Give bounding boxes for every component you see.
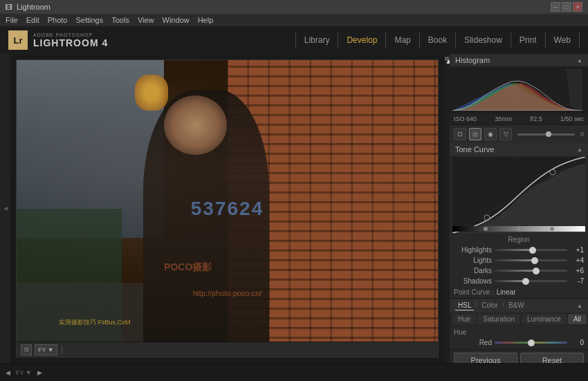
zoom-ratio-button[interactable]: FY ▼ — [35, 344, 57, 355]
sub-tab-all[interactable]: All — [568, 314, 587, 324]
menu-edit[interactable]: Edit — [26, 16, 39, 24]
tab-develop[interactable]: Develop — [338, 32, 386, 48]
title-bar-left: 🎞 Lightroom — [6, 3, 50, 11]
slider-value-red: 0 — [570, 339, 584, 346]
tab-book[interactable]: Book — [420, 32, 456, 48]
photo-toolbar: ⊡ FY ▼ — [17, 342, 438, 357]
histogram-container — [450, 66, 588, 113]
sub-tab-hue[interactable]: Hue — [452, 314, 476, 324]
tab-library[interactable]: Library — [295, 32, 339, 48]
filmstrip-right-arrow: ▶ — [37, 369, 42, 376]
slider-track-lights[interactable] — [495, 259, 567, 261]
window-controls[interactable]: ─ □ ✕ — [551, 2, 582, 12]
maximize-button[interactable]: □ — [562, 2, 571, 12]
top-nav: Lr ADOBE PHOTOSHOP LIGHTROOM 4 Library D… — [0, 26, 588, 54]
right-panel: Histogram ▲ — [450, 54, 588, 363]
slider-row-lights: Lights +4 — [450, 255, 588, 266]
zoom-fit-button[interactable]: ⊡ — [21, 344, 32, 355]
grad-tool[interactable]: ▽ — [499, 128, 512, 140]
point-curve-value: Linear — [497, 288, 516, 296]
slider-track-highlights[interactable] — [495, 249, 567, 251]
slider-label-red: Red — [454, 339, 492, 346]
lr-logo: Lr ADOBE PHOTOSHOP LIGHTROOM 4 — [8, 30, 108, 50]
reset-button[interactable]: Reset — [520, 353, 584, 363]
filmstrip-label[interactable]: FY ▼ — [16, 369, 32, 376]
slider-thumb-shadows[interactable] — [522, 278, 529, 285]
minimize-button[interactable]: ─ — [551, 2, 560, 12]
slider-row-highlights: Highlights +1 — [450, 245, 588, 255]
svg-point-15 — [484, 227, 488, 231]
tab-slideshow[interactable]: Slideshow — [456, 32, 511, 48]
hsl-tab-color[interactable]: Color — [479, 301, 501, 310]
slider-track-darks[interactable] — [495, 270, 567, 272]
tab-print[interactable]: Print — [511, 32, 546, 48]
tools-slider-thumb — [546, 131, 551, 137]
close-button[interactable]: ✕ — [573, 2, 582, 12]
photo-frame: 537624 http://photo.poco.cn/ 实用摄影技巧 FsBu… — [16, 59, 439, 357]
adobe-text: ADOBE PHOTOSHOP — [33, 32, 108, 37]
window-title: Lightroom — [17, 3, 50, 11]
menu-photo[interactable]: Photo — [48, 16, 68, 24]
hsl-sep-1: / — [475, 301, 477, 310]
tone-curve-svg — [452, 157, 585, 233]
slider-thumb-red[interactable] — [528, 340, 535, 346]
crop-tool[interactable]: ⊡ — [454, 128, 466, 140]
exif-bar: ISO 640 35mm f/2.5 1/50 sec — [450, 113, 588, 124]
slider-row-darks: Darks +6 — [450, 266, 588, 276]
redeye-tool[interactable]: ◉ — [484, 128, 497, 140]
title-bar: 🎞 Lightroom ─ □ ✕ — [0, 0, 588, 14]
lr-icon: Lr — [8, 30, 28, 50]
lr-text: ADOBE PHOTOSHOP LIGHTROOM 4 — [33, 32, 108, 48]
tab-map[interactable]: Map — [386, 32, 419, 48]
photo-bg: 537624 http://photo.poco.cn/ 实用摄影技巧 FsBu… — [17, 60, 438, 357]
menu-window[interactable]: Window — [163, 16, 190, 24]
slider-value-darks: +6 — [570, 267, 584, 275]
tools-bar: ⊡ ◎ ◉ ▽ 0 — [450, 125, 588, 143]
photo-area: 537624 http://photo.poco.cn/ 实用摄影技巧 FsBu… — [10, 54, 444, 363]
sub-tab-luminance[interactable]: Luminance — [522, 314, 567, 324]
histogram-header[interactable]: Histogram ▲ — [450, 54, 588, 66]
slider-label-shadows: Shadows — [454, 277, 492, 285]
tools-slider[interactable] — [517, 133, 575, 136]
tone-curve-graph — [452, 157, 585, 233]
sub-tab-saturation[interactable]: Saturation — [477, 314, 520, 324]
slider-value-shadows: -7 — [570, 277, 584, 285]
slider-label-highlights: Highlights — [454, 246, 492, 254]
tools-value: 0 — [580, 131, 584, 138]
hsl-tab-bw[interactable]: B&W — [506, 301, 527, 310]
menu-settings[interactable]: Settings — [75, 16, 103, 24]
hsl-header[interactable]: HSL / Color / B&W ▲ — [450, 299, 588, 313]
svg-point-17 — [550, 227, 554, 231]
slider-thumb-lights[interactable] — [531, 257, 538, 264]
slider-track-shadows[interactable] — [495, 280, 567, 282]
point-curve-row: Point Curve : Linear — [450, 286, 588, 298]
slider-thumb-darks[interactable] — [533, 268, 540, 275]
main-container: Lr ADOBE PHOTOSHOP LIGHTROOM 4 Library D… — [0, 26, 588, 381]
sub-tabs: Hue Saturation Luminance All — [450, 313, 588, 326]
menu-help[interactable]: Help — [198, 16, 214, 24]
exif-iso: ISO 640 — [454, 115, 477, 122]
hsl-tab-hsl[interactable]: HSL — [455, 301, 474, 310]
exif-aperture: f/2.5 — [530, 115, 542, 122]
tone-curve-arrow: ▲ — [577, 147, 582, 153]
hsl-section: HSL / Color / B&W ▲ Hue Saturation Lumin… — [450, 299, 588, 350]
scroll-strip[interactable]: ▲ — [444, 54, 450, 363]
hue-section-label: Hue — [450, 327, 588, 337]
tone-curve-header[interactable]: Tone Curve ▲ — [450, 143, 588, 156]
menu-view[interactable]: View — [138, 16, 154, 24]
hsl-tabs: HSL / Color / B&W — [455, 301, 527, 310]
menu-tools[interactable]: Tools — [111, 16, 129, 24]
histogram-svg — [452, 69, 582, 111]
slider-value-highlights: +1 — [570, 246, 584, 254]
slider-track-red[interactable] — [495, 342, 567, 344]
histogram-arrow: ▲ — [577, 57, 582, 64]
menu-file[interactable]: File — [6, 16, 18, 24]
bottom-buttons: Previous Reset — [450, 350, 588, 363]
slider-thumb-highlights[interactable] — [529, 247, 536, 254]
histogram-canvas — [452, 69, 582, 111]
scroll-up-button[interactable]: ▲ — [445, 57, 449, 61]
heal-tool[interactable]: ◎ — [469, 128, 481, 140]
tab-web[interactable]: Web — [546, 32, 580, 48]
content-area: ◀ — [0, 54, 588, 363]
previous-button[interactable]: Previous — [454, 353, 517, 363]
